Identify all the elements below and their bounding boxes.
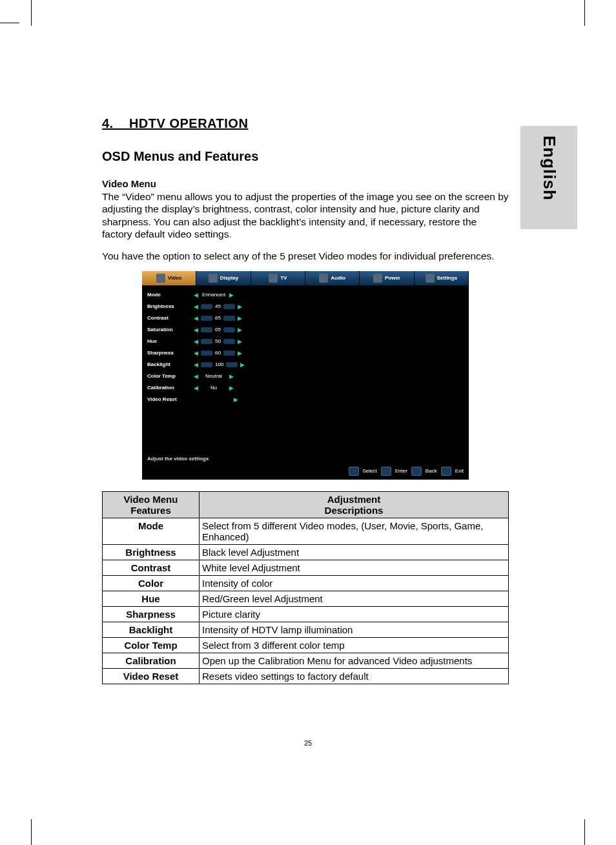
feature-name: Color [103,575,200,591]
feature-description: Black level Adjustment [200,544,509,560]
osd-row-label: Saturation [147,327,194,332]
osd-row-value: ▶ [194,396,238,403]
arrow-left-icon: ◀ [194,327,198,333]
osd-row-value: ◀65▶ [194,315,242,321]
back-key-icon [411,467,422,476]
section-heading: 4. HDTV OPERATION [102,116,509,131]
feature-name: Video Reset [103,668,200,684]
feature-description: White level Adjustment [200,560,509,575]
audio-icon [319,274,328,283]
feature-description: Intensity of color [200,575,509,591]
osd-row-label: Video Reset [147,396,194,402]
arrow-right-icon: ▶ [234,396,238,403]
display-icon [209,274,218,283]
slider-bar-icon [201,362,212,367]
feature-name: Color Temp [103,637,200,653]
table-row: HueRed/Green level Adjustment [103,591,509,606]
arrow-right-icon: ▶ [240,361,245,368]
osd-row-value: ◀No▶ [194,385,234,391]
osd-row: Color Temp◀Neutral▶ [147,371,464,382]
feature-description: Open up the Calibration Menu for advance… [200,653,509,668]
osd-tab-tv: TV [251,271,305,285]
feature-name: Mode [103,518,200,544]
osd-tab-audio: Audio [305,271,360,285]
feature-description: Select from 3 different color temp [200,637,509,653]
exit-key-icon [441,467,451,476]
feature-description: Intensity of HDTV lamp illumination [200,622,509,637]
arrow-left-icon: ◀ [194,303,198,310]
osd-row: Backlight◀100▶ [147,359,464,371]
arrow-left-icon: ◀ [194,292,198,298]
slider-bar-icon [223,304,235,309]
arrow-left-icon: ◀ [194,338,198,345]
slider-bar-icon [201,339,212,344]
settings-icon [426,274,435,283]
osd-row: Brightness◀45▶ [147,301,464,312]
page-number: 25 [0,739,616,747]
feature-description: Select from 5 different Video modes, (Us… [200,518,509,544]
osd-row-value: ◀Enhanced▶ [194,292,234,298]
arrow-right-icon: ▶ [238,327,242,333]
arrow-left-icon: ◀ [194,315,198,321]
arrow-left-icon: ◀ [194,385,198,391]
table-row: ContrastWhite level Adjustment [103,560,509,575]
page-content: 4. HDTV OPERATION OSD Menus and Features… [102,116,509,684]
video-menu-features-table: Video Menu Features Adjustment Descripti… [102,491,509,684]
osd-tab-power: Power [360,271,414,285]
arrow-right-icon: ▶ [229,292,234,298]
osd-row: Contrast◀65▶ [147,312,464,324]
osd-row-label: Calibration [147,385,194,391]
osd-row-label: Contrast [147,315,194,321]
osd-row: Sharpness◀60▶ [147,347,464,359]
enter-key-icon [381,467,391,476]
osd-row-value: ◀65▶ [194,327,242,333]
osd-row: Video Reset▶ [147,394,464,405]
osd-row-value: ◀50▶ [194,338,242,345]
table-row: Video ResetResets video settings to fact… [103,668,509,684]
osd-row-label: Color Temp [147,373,194,379]
osd-row-value: ◀60▶ [194,350,242,356]
paragraph-2: You have the option to select any of the… [102,250,509,262]
feature-name: Sharpness [103,606,200,622]
table-header-descriptions: Adjustment Descriptions [200,491,509,518]
slider-bar-icon [201,304,212,309]
osd-tab-settings: Settings [415,271,469,285]
paragraph-1: The “Video” menu allows you to adjust th… [102,190,509,241]
table-header-features: Video Menu Features [103,491,200,518]
language-side-tab: English [520,126,577,229]
slider-bar-icon [223,339,235,344]
table-row: ColorIntensity of color [103,575,509,591]
osd-row-value: ◀Neutral▶ [194,373,234,380]
feature-name: Calibration [103,653,200,668]
osd-row-value: ◀45▶ [194,303,242,310]
osd-footer: Select Enter Back Exit [142,464,469,480]
osd-tab-video: Video [142,271,196,285]
tv-icon [269,274,278,283]
table-row: CalibrationOpen up the Calibration Menu … [103,653,509,668]
osd-hint: Adjust the video settings [142,453,469,464]
osd-row-label: Backlight [147,361,194,367]
osd-row-label: Sharpness [147,350,194,356]
osd-row-value: ◀100▶ [194,361,245,368]
osd-row: Hue◀50▶ [147,336,464,347]
nav-key-icon [349,467,359,476]
arrow-right-icon: ▶ [238,350,242,356]
feature-description: Red/Green level Adjustment [200,591,509,606]
arrow-left-icon: ◀ [194,361,198,368]
video-menu-heading: Video Menu [102,178,509,189]
feature-name: Backlight [103,622,200,637]
feature-description: Resets video settings to factory default [200,668,509,684]
osd-row-label: Mode [147,292,194,298]
video-icon [156,274,165,283]
osd-row-label: Hue [147,338,194,344]
osd-row: Calibration◀No▶ [147,382,464,394]
feature-name: Hue [103,591,200,606]
feature-name: Contrast [103,560,200,575]
osd-row-label: Brightness [147,303,194,309]
language-label: English [539,136,559,201]
osd-row: Saturation◀65▶ [147,324,464,336]
osd-tab-display: Display [196,271,251,285]
feature-name: Brightness [103,544,200,560]
table-row: Color TempSelect from 3 different color … [103,637,509,653]
arrow-right-icon: ▶ [238,338,242,345]
